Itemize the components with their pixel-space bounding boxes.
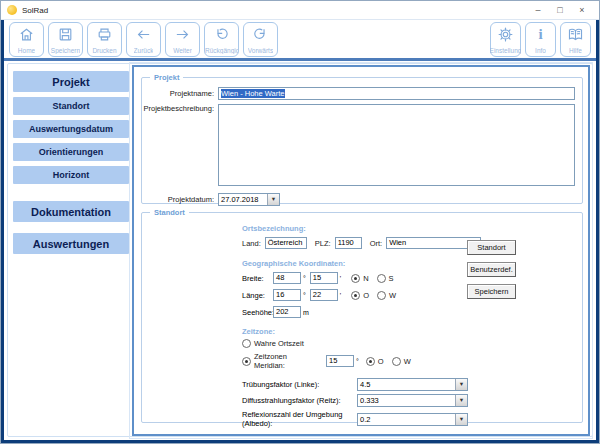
projektname-selected-text: Wien - Hohe Warte (221, 89, 285, 98)
sidebar-item-standort[interactable]: Standort (13, 97, 129, 115)
minimize-button[interactable]: – (527, 2, 549, 19)
arrow-left-icon (135, 26, 152, 44)
meridian-west-radio[interactable] (392, 357, 401, 366)
maximize-button[interactable]: □ (549, 2, 571, 19)
ort-label: Ort: (370, 239, 383, 248)
albedo-dropdown[interactable]: 0.2 ▼ (357, 413, 468, 426)
minute-symbol: ' (340, 292, 341, 299)
meridian-input[interactable]: 15 (326, 355, 354, 367)
undo-button[interactable]: Rückgängig (204, 22, 239, 57)
projektbeschreibung-label: Projektbeschreibung: (142, 104, 218, 113)
sidebar-item-auswertungsdatum[interactable]: Auswertungsdatum (13, 120, 129, 138)
help-button[interactable]: Hilfe (560, 22, 591, 57)
laenge-ost-radio[interactable] (351, 291, 360, 300)
sidebar-item-horizont[interactable]: Horizont (13, 166, 129, 184)
standort-groupbox: Standort Ortsbezeichnung: Land: Österrei… (141, 212, 583, 423)
projekt-group-title: Projekt (150, 73, 183, 82)
redo-icon (252, 26, 269, 44)
speichern-standort-button[interactable]: Speichern (467, 284, 516, 299)
degree-symbol: ° (303, 292, 306, 299)
info-icon: i (538, 26, 542, 44)
standort-lookup-button[interactable]: Standort (467, 240, 516, 255)
degree-symbol: ° (356, 358, 359, 365)
app-window: SolRad – □ × Home Speichern (0, 0, 600, 444)
land-input[interactable]: Österreich (265, 237, 307, 249)
projektdatum-value: 27.07.2018 (219, 194, 267, 205)
printer-icon (96, 26, 113, 44)
albedo-value: 0.2 (358, 414, 455, 425)
content-area: Projekt Standort Auswertungsdatum Orient… (4, 61, 596, 440)
projektname-label: Projektname: (142, 89, 218, 98)
west-label: W (404, 357, 411, 366)
close-button[interactable]: × (571, 2, 593, 19)
benutzerdef-button[interactable]: Benutzerdef. (467, 262, 516, 277)
zeitzonen-meridian-label: Zeitzonen Meridian: (254, 352, 318, 370)
home-button[interactable]: Home (9, 22, 44, 57)
projektname-input[interactable]: Wien - Hohe Warte (218, 87, 575, 100)
koordinaten-section-label: Geographische Koordinaten: (242, 259, 574, 268)
print-button[interactable]: Drucken (87, 22, 122, 57)
sidebar-item-projekt[interactable]: Projekt (13, 71, 129, 92)
breite-nord-radio[interactable] (351, 274, 360, 283)
dropdown-arrow-icon[interactable]: ▼ (455, 395, 467, 406)
arrow-right-icon (174, 26, 191, 44)
back-button[interactable]: Zurück (126, 22, 161, 57)
dropdown-arrow-icon[interactable]: ▼ (455, 379, 467, 390)
breite-minuten-input[interactable]: 15 (310, 272, 338, 284)
book-icon (567, 26, 584, 44)
home-icon (18, 26, 35, 44)
info-button[interactable]: i Info (525, 22, 556, 57)
wahre-ortszeit-label: Wahre Ortszeit (254, 339, 304, 348)
window-title: SolRad (22, 6, 48, 15)
save-icon (57, 26, 74, 44)
forward-button[interactable]: Weiter (165, 22, 200, 57)
plz-input[interactable]: 1190 (335, 237, 362, 249)
laenge-minuten-input[interactable]: 22 (310, 289, 338, 301)
toolbar: Home Speichern Drucken Zurück (4, 20, 596, 61)
laenge-grad-input[interactable]: 16 (273, 289, 301, 301)
undo-icon (213, 26, 230, 44)
standort-button-column: Standort Benutzerdef. Speichern (467, 240, 516, 299)
dropdown-arrow-icon[interactable]: ▼ (455, 414, 467, 425)
breite-sued-radio[interactable] (377, 274, 386, 283)
laenge-label: Länge: (242, 291, 273, 300)
breite-grad-input[interactable]: 48 (273, 272, 301, 284)
laenge-west-radio[interactable] (377, 291, 386, 300)
diffusstrahlungsfaktor-label: Diffusstrahlungsfaktor (Reitz): (242, 396, 357, 405)
ost-label: O (378, 357, 384, 366)
app-frame: Home Speichern Drucken Zurück (1, 20, 599, 443)
save-button[interactable]: Speichern (48, 22, 83, 57)
meridian-ost-radio[interactable] (366, 357, 375, 366)
sidebar-item-orientierungen[interactable]: Orientierungen (13, 143, 129, 161)
sidebar-item-auswertungen[interactable]: Auswertungen (13, 233, 129, 254)
truebungsfaktor-label: Trübungsfaktor (Linke): (242, 380, 357, 389)
minute-symbol: ' (340, 275, 341, 282)
projekt-groupbox: Projekt Projektname: Wien - Hohe Warte P… (141, 77, 583, 204)
zeitzone-section-label: Zeitzone: (242, 327, 574, 336)
west-label: W (389, 291, 396, 300)
gear-icon (497, 26, 514, 44)
ortsbezeichnung-section-label: Ortsbezeichnung: (242, 224, 574, 233)
nord-label: N (363, 274, 368, 283)
projektdatum-dropdown[interactable]: 27.07.2018 ▼ (218, 193, 280, 206)
diffusstrahlungsfaktor-dropdown[interactable]: 0.333 ▼ (357, 394, 468, 407)
settings-button[interactable]: Einstellung (490, 22, 521, 57)
truebungsfaktor-dropdown[interactable]: 4.5 ▼ (357, 378, 468, 391)
land-label: Land: (242, 239, 261, 248)
seehoehe-input[interactable]: 202 (273, 306, 301, 318)
sidebar-item-dokumentation[interactable]: Dokumentation (13, 201, 129, 222)
main-panel: Projekt Projektname: Wien - Hohe Warte P… (132, 65, 590, 436)
projektbeschreibung-input[interactable] (218, 104, 575, 186)
redo-button[interactable]: Vorwärts (243, 22, 278, 57)
dropdown-arrow-icon[interactable]: ▼ (267, 194, 279, 205)
window-controls: – □ × (527, 2, 593, 19)
zeitzonen-meridian-radio[interactable] (242, 357, 251, 366)
seehoehe-unit: m (303, 309, 309, 316)
breite-label: Breite: (242, 274, 273, 283)
degree-symbol: ° (303, 275, 306, 282)
plz-label: PLZ: (315, 239, 331, 248)
sidebar: Projekt Standort Auswertungsdatum Orient… (13, 68, 129, 254)
diffusstrahlungsfaktor-value: 0.333 (358, 395, 455, 406)
wahre-ortszeit-radio[interactable] (242, 339, 251, 348)
sued-label: S (389, 274, 394, 283)
